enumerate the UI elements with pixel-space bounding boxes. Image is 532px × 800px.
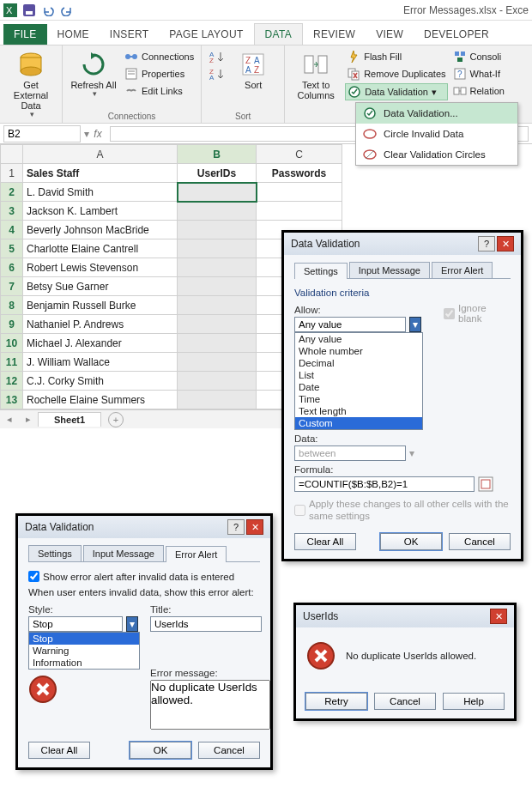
formula-input[interactable] (294, 476, 475, 492)
cancel-button[interactable]: Cancel (198, 742, 260, 759)
close-button[interactable]: ✕ (490, 609, 507, 624)
clear-all-button[interactable]: Clear All (28, 742, 90, 759)
tab-pagelayout[interactable]: PAGE LAYOUT (159, 24, 253, 45)
tab-insert[interactable]: INSERT (100, 24, 160, 45)
list-item[interactable]: Decimal (295, 357, 422, 369)
tab-home[interactable]: HOME (47, 24, 100, 45)
list-item[interactable]: Information (29, 657, 139, 669)
clear-all-button[interactable]: Clear All (294, 533, 356, 550)
refresh-all-button[interactable]: Refresh All (68, 49, 119, 100)
cell[interactable] (257, 202, 342, 221)
ok-button[interactable]: OK (130, 742, 191, 759)
tab-developer[interactable]: DEVELOPER (414, 24, 499, 45)
cell[interactable]: Charlotte Elaine Cantrell (23, 239, 178, 258)
retry-button[interactable]: Retry (305, 693, 367, 710)
cell[interactable] (178, 315, 257, 334)
error-message-textarea[interactable] (150, 680, 270, 730)
tab-file[interactable]: FILE (3, 24, 47, 45)
row-header[interactable]: 9 (1, 315, 23, 334)
redo-icon[interactable] (60, 3, 74, 17)
cell[interactable]: Rochelle Elaine Summers (23, 391, 178, 409)
col-header-c[interactable]: C (257, 145, 342, 164)
row-header[interactable]: 11 (1, 353, 23, 372)
ok-button[interactable]: OK (380, 533, 442, 550)
tab-view[interactable]: VIEW (366, 24, 414, 45)
tab-input-message[interactable]: Input Message (349, 262, 430, 278)
menu-item-circle-invalid[interactable]: Circle Invalid Data (356, 124, 517, 144)
menu-item-clear-circles[interactable]: Clear Validation Circles (356, 144, 517, 165)
consolidate-button[interactable]: Consoli (451, 49, 506, 64)
relations-button[interactable]: Relation (451, 83, 506, 99)
text-to-columns-button[interactable]: Text to Columns (290, 49, 342, 102)
get-external-data-button[interactable]: Get External Data (5, 49, 57, 121)
edit-links-button[interactable]: Edit Links (123, 83, 196, 99)
new-sheet-button[interactable]: + (108, 412, 124, 427)
data-validation-split-button[interactable]: Data Validation ▾ (345, 83, 447, 100)
list-item[interactable]: Whole number (295, 345, 422, 357)
tab-data[interactable]: DATA (254, 23, 303, 45)
properties-button[interactable]: Properties (123, 66, 196, 82)
row-header[interactable]: 5 (1, 239, 23, 258)
list-item[interactable]: Time (295, 393, 422, 405)
cell[interactable]: C.J. Corky Smith (23, 372, 178, 391)
cell[interactable] (178, 296, 257, 315)
sort-desc-button[interactable]: ZA (207, 66, 224, 82)
row-header[interactable]: 3 (1, 202, 23, 221)
style-options-list[interactable]: Stop Warning Information (28, 632, 140, 670)
sheet-tab[interactable]: Sheet1 (38, 412, 101, 427)
cell[interactable]: L. David Smith (23, 183, 178, 202)
cell[interactable] (178, 391, 257, 409)
list-item[interactable]: Any value (295, 333, 422, 345)
allow-options-list[interactable]: Any value Whole number Decimal List Date… (294, 332, 423, 430)
cell[interactable]: Passwords (257, 164, 342, 183)
show-error-alert-checkbox[interactable] (28, 571, 39, 582)
tab-error-alert[interactable]: Error Alert (166, 546, 227, 562)
help-button[interactable]: ? (478, 236, 495, 252)
sheet-nav-prev[interactable]: ◂ (0, 414, 19, 425)
sort-button[interactable]: ZAAZ Sort (227, 49, 279, 92)
tab-settings[interactable]: Settings (28, 545, 82, 561)
list-item[interactable]: Warning (29, 645, 139, 657)
row-header[interactable]: 1 (1, 164, 23, 183)
row-header[interactable]: 12 (1, 372, 23, 391)
close-button[interactable]: ✕ (246, 519, 263, 535)
sort-asc-button[interactable]: AZ (207, 49, 224, 64)
cell[interactable] (178, 258, 257, 277)
cell[interactable]: Beverly Johnson MacBride (23, 221, 178, 239)
row-header[interactable]: 8 (1, 296, 23, 315)
row-header[interactable]: 2 (1, 183, 23, 202)
sheet-nav-next[interactable]: ▸ (19, 414, 38, 425)
cell[interactable]: J. William Wallace (23, 353, 178, 372)
help-button[interactable]: ? (227, 519, 245, 535)
flash-fill-button[interactable]: Flash Fill (345, 49, 447, 64)
close-button[interactable]: ✕ (497, 236, 514, 252)
cell[interactable]: Betsy Sue Garner (23, 277, 178, 296)
row-header[interactable]: 13 (1, 391, 23, 409)
row-header[interactable]: 7 (1, 277, 23, 296)
col-header-b[interactable]: B (178, 145, 257, 164)
connections-button[interactable]: Connections (123, 49, 196, 64)
row-header[interactable]: 10 (1, 334, 23, 353)
cell[interactable] (178, 277, 257, 296)
cell[interactable]: Sales Staff (23, 164, 178, 183)
whatif-button[interactable]: ?What-If (451, 66, 506, 82)
save-icon[interactable] (22, 3, 36, 17)
cell[interactable]: Benjamin Russell Burke (23, 296, 178, 315)
undo-icon[interactable] (41, 3, 55, 17)
remove-duplicates-button[interactable]: Remove Duplicates (345, 66, 447, 82)
cell[interactable] (178, 202, 257, 221)
chevron-down-icon[interactable]: ▾ (409, 317, 421, 332)
cancel-button[interactable]: Cancel (449, 533, 511, 550)
list-item[interactable]: List (295, 369, 422, 381)
cell[interactable]: Jackson K. Lambert (23, 202, 178, 221)
range-picker-icon[interactable] (478, 476, 493, 492)
cell[interactable] (178, 334, 257, 353)
select-all-cell[interactable] (1, 145, 23, 164)
style-select[interactable] (28, 616, 123, 632)
cell[interactable] (178, 353, 257, 372)
menu-item-data-validation[interactable]: Data Validation... (356, 103, 517, 124)
list-item[interactable]: Stop (29, 633, 139, 645)
cancel-button[interactable]: Cancel (374, 693, 436, 710)
chevron-down-icon[interactable]: ▾ (126, 616, 138, 632)
cell[interactable]: Michael J. Alexander (23, 334, 178, 353)
